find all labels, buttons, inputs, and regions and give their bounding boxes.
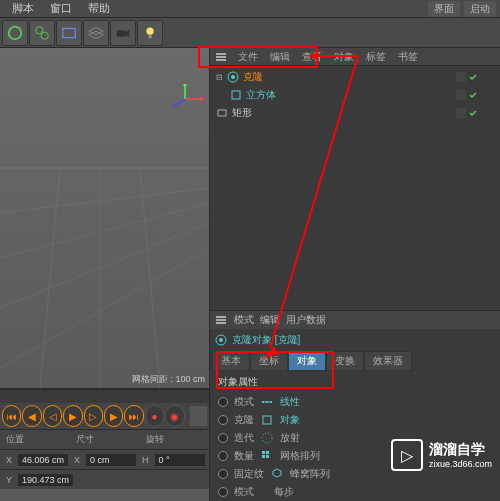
coord-rotation-label: 旋转	[140, 433, 170, 446]
svg-line-8	[0, 188, 209, 213]
timeline-controls: ⏮ ◀ ◁ ▶ ▷ ▶ ⏭ ● ◉	[0, 403, 209, 429]
label-radial[interactable]: 放射	[280, 431, 300, 445]
radio-iterate[interactable]	[218, 433, 228, 443]
label-iterate: 迭代	[234, 431, 254, 445]
svg-line-10	[0, 223, 209, 308]
svg-rect-29	[456, 108, 466, 118]
timeline-first[interactable]: ⏮	[2, 405, 21, 427]
timeline-last[interactable]: ⏭	[124, 405, 143, 427]
label-linear[interactable]: 线性	[280, 395, 300, 409]
timeline-next-key[interactable]: ▶	[104, 405, 123, 427]
linear-icon	[260, 395, 274, 409]
tool-camera[interactable]	[110, 20, 136, 46]
watermark-brand: 溜溜自学	[429, 441, 492, 459]
radio-mode2[interactable]	[218, 487, 228, 497]
tool-floor[interactable]	[83, 20, 109, 46]
svg-marker-47	[308, 52, 318, 60]
svg-rect-6	[148, 34, 152, 38]
watermark-url: zixue.3d66.com	[429, 459, 492, 469]
svg-rect-41	[262, 451, 265, 454]
svg-point-2	[41, 32, 48, 39]
coord-position-label: 位置	[0, 433, 30, 446]
grid-icon	[260, 449, 274, 463]
svg-point-5	[146, 27, 153, 34]
svg-rect-25	[456, 72, 466, 82]
annotation-arrow	[220, 48, 370, 368]
timeline-prev-key[interactable]: ◀	[22, 405, 41, 427]
svg-point-1	[36, 26, 43, 33]
interface-btn[interactable]: 界面	[428, 1, 460, 17]
timeline-autokey[interactable]: ◉	[165, 405, 184, 427]
svg-marker-19	[183, 84, 187, 86]
svg-point-40	[262, 433, 272, 443]
x2-value[interactable]: 0 cm	[86, 454, 136, 466]
timeline-record[interactable]: ●	[145, 405, 164, 427]
x2-label: X	[68, 455, 86, 465]
svg-point-0	[9, 26, 22, 39]
label-mode: 模式	[234, 395, 254, 409]
svg-rect-42	[266, 451, 269, 454]
y-label: Y	[0, 475, 18, 485]
honeycomb-icon	[270, 467, 284, 481]
svg-rect-43	[262, 455, 265, 458]
tool-render-settings[interactable]	[56, 20, 82, 46]
svg-marker-45	[273, 469, 281, 477]
menu-window[interactable]: 窗口	[42, 1, 80, 16]
menu-help[interactable]: 帮助	[80, 1, 118, 16]
radio-clone[interactable]	[218, 415, 228, 425]
x-value[interactable]: 46.006 cm	[18, 454, 68, 466]
tool-light[interactable]	[137, 20, 163, 46]
timeline-opt1[interactable]	[190, 406, 207, 426]
menu-script[interactable]: 脚本	[4, 1, 42, 16]
watermark: ▷ 溜溜自学 zixue.3d66.com	[391, 439, 492, 471]
svg-rect-4	[117, 30, 126, 36]
label-count: 数量	[234, 449, 254, 463]
radial-icon	[260, 431, 274, 445]
svg-line-12	[40, 168, 60, 388]
tool-render-region[interactable]	[29, 20, 55, 46]
timeline-play[interactable]: ▶	[63, 405, 82, 427]
coord-size-label: 尺寸	[70, 433, 100, 446]
y-value[interactable]: 190.473 cm	[18, 474, 73, 486]
watermark-play-icon: ▷	[391, 439, 423, 471]
h-value[interactable]: 0 °	[155, 454, 205, 466]
tool-render[interactable]	[2, 20, 28, 46]
svg-line-48	[270, 56, 358, 348]
x-label: X	[0, 455, 18, 465]
object-mode-icon	[260, 413, 274, 427]
label-step[interactable]: 每步	[274, 485, 294, 499]
svg-point-36	[262, 401, 264, 403]
attr-tab-effector[interactable]: 效果器	[364, 351, 412, 371]
grid-status: 网格间距 : 100 cm	[132, 373, 205, 386]
label-fixed: 固定纹	[234, 467, 264, 481]
svg-line-17	[173, 99, 185, 107]
radio-fixed[interactable]	[218, 469, 228, 479]
svg-rect-44	[266, 455, 269, 458]
radio-count[interactable]	[218, 451, 228, 461]
move-gizmo	[165, 84, 205, 116]
svg-rect-27	[456, 90, 466, 100]
tab-bookmark[interactable]: 书签	[392, 50, 424, 64]
h-label: H	[136, 455, 155, 465]
radio-mode[interactable]	[218, 397, 228, 407]
label-clone: 克隆	[234, 413, 254, 427]
svg-marker-18	[200, 97, 205, 101]
attr-section-title: 对象属性	[210, 371, 500, 393]
svg-point-38	[270, 401, 272, 403]
svg-rect-39	[263, 416, 271, 424]
svg-line-9	[0, 203, 209, 258]
timeline-next[interactable]: ▷	[84, 405, 103, 427]
timeline-prev[interactable]: ◁	[43, 405, 62, 427]
svg-point-37	[266, 401, 268, 403]
label-mode2: 模式	[234, 485, 254, 499]
svg-rect-3	[63, 28, 76, 37]
svg-line-11	[0, 248, 209, 368]
label-honeycomb[interactable]: 蜂窝阵列	[290, 467, 330, 481]
viewport-3d[interactable]: 网格间距 : 100 cm ⏮ ◀ ◁ ▶ ▷ ▶ ⏭ ● ◉ 位置 尺寸 旋转	[0, 48, 210, 501]
startup-btn[interactable]: 启动	[464, 1, 496, 17]
label-grid-array[interactable]: 网格排列	[280, 449, 320, 463]
label-object-opt[interactable]: 对象	[280, 413, 300, 427]
